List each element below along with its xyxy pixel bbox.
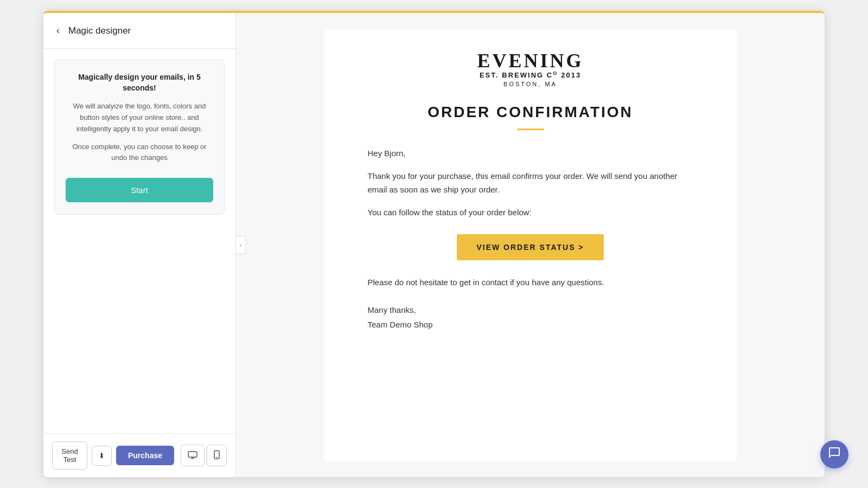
logo-location: BOSTON, MA <box>368 81 693 87</box>
svg-rect-0 <box>188 452 197 457</box>
back-button[interactable]: ‹ <box>54 23 62 38</box>
sidebar-header: ‹ Magic designer <box>43 13 235 49</box>
sign-off-line2: Team Demo Shop <box>368 317 693 332</box>
view-order-status-button[interactable]: VIEW ORDER STATUS > <box>457 234 603 260</box>
magic-card-desc2: Once complete, you can choose to keep or… <box>66 142 213 164</box>
send-test-button[interactable]: Send Test <box>52 441 87 470</box>
magic-card: Magically design your emails, in 5 secon… <box>54 60 225 215</box>
svg-point-4 <box>216 457 218 458</box>
sidebar-content: Magically design your emails, in 5 secon… <box>43 49 235 433</box>
logo-est: EST. <box>480 71 499 79</box>
email-greeting: Hey Bjorn, <box>368 146 693 160</box>
start-button[interactable]: Start <box>66 178 213 202</box>
mobile-view-button[interactable] <box>207 445 227 466</box>
sidebar: ‹ Magic designer Magically design your e… <box>43 13 236 477</box>
logo-sub: EST. BREWING Co 2013 <box>368 70 693 79</box>
sidebar-title: Magic designer <box>68 25 131 36</box>
logo-brewing: BREWING Co <box>502 70 558 79</box>
sidebar-collapse-toggle[interactable]: ‹ <box>236 236 246 254</box>
view-toggle-group <box>181 445 227 466</box>
download-button[interactable]: ⬇ <box>92 446 112 466</box>
logo-year: 2013 <box>561 71 581 79</box>
sidebar-toolbar: Send Test ⬇ Purchase <box>43 433 235 477</box>
purchase-button[interactable]: Purchase <box>116 446 174 465</box>
email-preview-area: EVENING EST. BREWING Co 2013 BOSTON, MA … <box>236 13 825 477</box>
chat-widget[interactable] <box>820 440 848 468</box>
email-container: EVENING EST. BREWING Co 2013 BOSTON, MA … <box>324 29 737 461</box>
desktop-icon <box>188 451 197 460</box>
email-logo: EVENING EST. BREWING Co 2013 BOSTON, MA <box>368 51 693 87</box>
chevron-left-icon: ‹ <box>240 242 242 248</box>
title-underline <box>517 129 544 130</box>
mobile-icon <box>214 450 220 461</box>
magic-card-title: Magically design your emails, in 5 secon… <box>66 72 213 93</box>
magic-card-desc1: We will analyize the logo, fonts, colors… <box>66 101 213 134</box>
email-sign-off: Many thanks, Team Demo Shop <box>368 303 693 332</box>
logo-main-text: EVENING <box>368 51 693 70</box>
download-icon: ⬇ <box>99 452 105 460</box>
email-order-title: ORDER CONFIRMATION <box>368 104 693 121</box>
email-body2: You can follow the status of your order … <box>368 206 693 220</box>
email-footer: Please do not hesitate to get in contact… <box>368 275 693 290</box>
email-body1: Thank you for your purchase, this email … <box>368 169 693 197</box>
chat-icon <box>828 446 841 463</box>
desktop-view-button[interactable] <box>181 445 205 466</box>
sign-off-line1: Many thanks, <box>368 303 693 317</box>
